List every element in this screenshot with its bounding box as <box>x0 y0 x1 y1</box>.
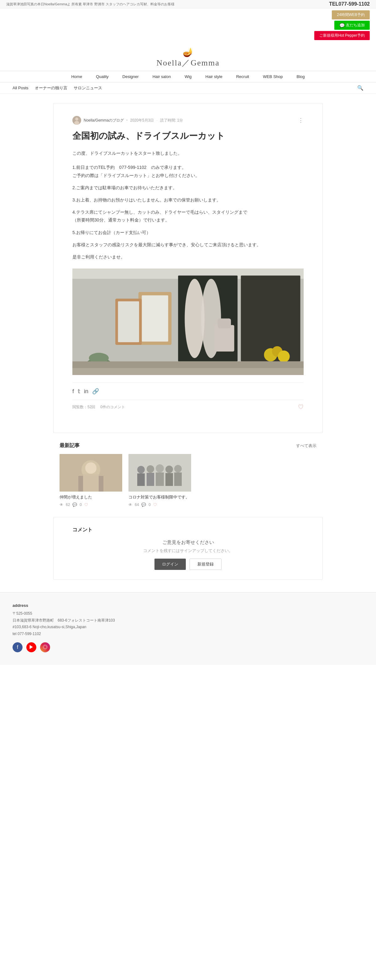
author-name: Noella/Gemmaのブログ <box>84 118 124 123</box>
post-p3: 3.お上着、お持物のお預かりはいたしません。お車での保管お願いします。 <box>72 196 304 204</box>
recent-card-2-like[interactable]: ♡ <box>153 502 157 508</box>
hotpepper-button[interactable]: ご新規様用Hot Pepper予約 <box>314 31 370 40</box>
share-bar: f 𝕥 in 🔗 <box>72 383 304 400</box>
top-bar-tel: TEL077-599-1102 <box>329 1 370 7</box>
post-body: この度、ドライブスルーカットをスタート致しました。 1.前日までのTEL予約 0… <box>72 150 304 261</box>
author-avatar <box>72 116 81 125</box>
sub-nav: All Posts オーナーの独り言 サロンニュース 🔍 <box>0 83 376 94</box>
post-p2: 2.ご案内までは駐車場のお車でお待ちいただきます。 <box>72 184 304 192</box>
footer-address2: #103,683-6 Noji-cho,kusatsu-si,Shiga,Jap… <box>13 625 86 629</box>
nav-blog[interactable]: Blog <box>290 71 312 82</box>
show-all-link[interactable]: すべて表示 <box>296 443 317 449</box>
instagram-icon[interactable]: ◎ <box>40 642 50 652</box>
facebook-share-icon[interactable]: f <box>72 388 74 395</box>
comment-invite-title: ご意見をお寄せください <box>72 539 304 546</box>
youtube-icon[interactable]: ▶ <box>26 642 37 652</box>
svg-point-34 <box>166 466 173 473</box>
logo-area: 🪔 Noella／Gemma <box>0 42 376 71</box>
svg-rect-12 <box>118 301 139 342</box>
search-icon[interactable]: 🔍 <box>357 85 363 91</box>
svg-point-1 <box>75 118 78 121</box>
recent-card-1: 仲間が増えました 👁 62 💬 0 ♡ <box>59 454 122 508</box>
recent-card-2: コロナ対策でお客様制限中です。 👁 64 💬 0 ♡ <box>129 454 191 508</box>
web-reserve-button[interactable]: 24時間WEB予約 <box>332 10 370 19</box>
main-nav: Home Quality Designer Hair salon Wig Hai… <box>0 71 376 83</box>
post-p4: 4.テラス席にてシャンプー無し、カットのみ、ドライヤーで毛はらい、スタイリングま… <box>72 208 304 224</box>
post-stats-left: 閲覧数：52回 0件のコメント <box>72 404 125 410</box>
line-add-button[interactable]: 💬 友だち追加 <box>334 21 370 30</box>
views-icon-1: 👁 <box>59 503 63 507</box>
subnav-all-posts[interactable]: All Posts <box>13 86 29 90</box>
nav-home[interactable]: Home <box>64 71 89 82</box>
recent-card-1-title: 仲間が増えました <box>59 494 122 500</box>
recent-card-1-stats: 👁 62 💬 0 ♡ <box>59 502 122 508</box>
linkedin-share-icon[interactable]: in <box>84 388 88 395</box>
svg-point-36 <box>174 465 182 473</box>
post-p5: 5.お帰りにてお会計（カード支払い可） <box>72 229 304 237</box>
subnav-salon-news[interactable]: サロンニュース <box>73 85 102 91</box>
top-bar-text: 滋賀草津池田写真の本日Noella/Gemmaよ 所有素 草津市 野洲市 スタッ… <box>6 2 175 6</box>
footer-address: address 〒525-0055 日本滋賀県草津市野路町 683-6フォレスト… <box>13 602 363 638</box>
svg-rect-26 <box>83 474 99 492</box>
svg-point-25 <box>85 463 97 474</box>
svg-point-28 <box>137 466 145 473</box>
footer-address1: 日本滋賀県草津市野路町 683-6フォレストコート南草津103 <box>13 618 115 622</box>
views-count-1: 62 <box>66 503 70 507</box>
link-share-icon[interactable]: 🔗 <box>92 388 99 395</box>
nav-hair-style[interactable]: Hair style <box>199 71 229 82</box>
svg-rect-21 <box>72 368 304 375</box>
svg-point-30 <box>147 465 154 473</box>
comment-invite-text: コメントを残すにはサインアップしてください。 <box>72 548 304 554</box>
recent-title: 最新記事 <box>59 442 80 449</box>
nav-designer[interactable]: Designer <box>116 71 146 82</box>
comment-count: 0件のコメント <box>100 404 125 410</box>
author-separator: • <box>126 118 127 123</box>
action-buttons: 24時間WEB予約 💬 友だち追加 ご新規様用Hot Pepper予約 <box>0 8 376 42</box>
svg-rect-37 <box>174 473 182 486</box>
comment-buttons: ログイン 新規登録 <box>72 558 304 570</box>
comment-section-title: コメント <box>72 527 304 533</box>
line-icon: 💬 <box>339 23 345 28</box>
footer: address 〒525-0055 日本滋賀県草津市野路町 683-6フォレスト… <box>0 592 376 665</box>
post-like-button[interactable]: ♡ <box>298 403 304 411</box>
svg-rect-29 <box>137 473 145 486</box>
recent-header: 最新記事 すべて表示 <box>59 442 317 449</box>
views-icon-2: 👁 <box>129 503 132 507</box>
nav-recruit[interactable]: Recruit <box>229 71 256 82</box>
nav-quality[interactable]: Quality <box>89 71 115 82</box>
post-image <box>72 269 304 375</box>
recent-card-2-stats: 👁 64 💬 0 ♡ <box>129 502 191 508</box>
post-p6: お客様とスタッフの感染リスクを最大限に減らす事ができ、安心してご来店頂けると思い… <box>72 241 304 249</box>
footer-zip: 〒525-0055 <box>13 611 32 616</box>
recent-grid: 仲間が増えました 👁 62 💬 0 ♡ <box>59 454 317 508</box>
nav-wig[interactable]: Wig <box>178 71 198 82</box>
top-bar-info: 滋賀草津池田写真の本日Noella/Gemmaよ 所有素 草津市 野洲市 スタッ… <box>6 2 175 6</box>
comment-icon-2: 💬 <box>141 503 146 507</box>
login-button[interactable]: ログイン <box>155 558 186 570</box>
recent-card-1-image <box>59 454 122 492</box>
post-menu-button[interactable]: ⋮ <box>298 117 304 124</box>
nav-hair-salon[interactable]: Hair salon <box>146 71 178 82</box>
svg-rect-33 <box>156 473 164 486</box>
svg-rect-10 <box>142 296 168 342</box>
post-author-row: Noella/Gemmaのブログ • 2020年5月3日 · 読了時間: 1分 … <box>72 116 304 125</box>
footer-address-label: address <box>13 602 363 609</box>
post-title: 全国初の試み、ドライブスルーカット <box>72 130 304 142</box>
register-button[interactable]: 新規登録 <box>190 558 221 570</box>
read-time: 読了時間: 1分 <box>160 118 183 123</box>
comment-count-1: 0 <box>80 503 82 507</box>
nav-web-shop[interactable]: WEB Shop <box>256 71 290 82</box>
twitter-share-icon[interactable]: 𝕥 <box>78 388 80 395</box>
comment-count-2: 0 <box>148 503 151 507</box>
recent-card-2-image <box>129 454 191 492</box>
footer-social: f ▶ ◎ <box>13 642 363 652</box>
svg-point-32 <box>156 464 164 473</box>
post-intro: この度、ドライブスルーカットをスタート致しました。 <box>72 150 304 157</box>
recent-card-1-like[interactable]: ♡ <box>84 502 88 508</box>
post-stats: 閲覧数：52回 0件のコメント ♡ <box>72 400 304 414</box>
comment-section: コメント ご意見をお寄せください コメントを残すにはサインアップしてください。 … <box>53 517 323 580</box>
facebook-icon[interactable]: f <box>13 642 22 652</box>
logo-lamp-icon: 🪔 <box>0 47 376 57</box>
comment-icon-1: 💬 <box>72 503 77 507</box>
subnav-owner[interactable]: オーナーの独り言 <box>35 85 67 91</box>
